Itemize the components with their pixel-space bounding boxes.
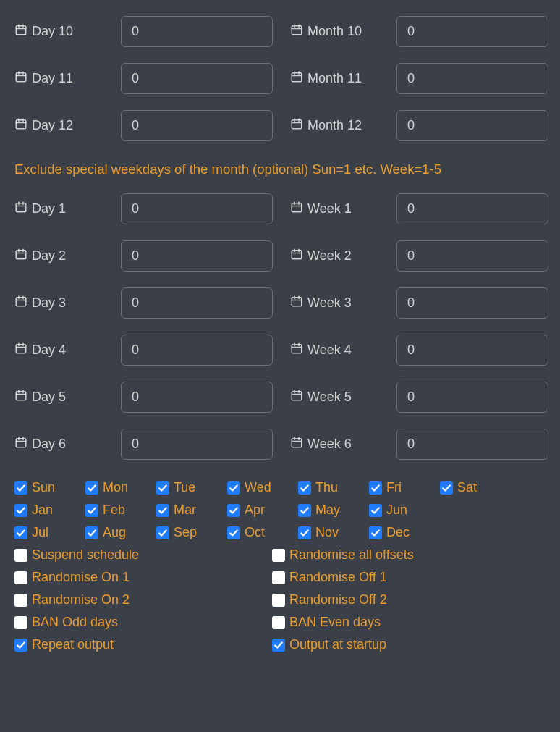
calendar-icon bbox=[14, 117, 27, 134]
calendar-icon bbox=[14, 70, 27, 87]
exclude-left-input-day-4[interactable] bbox=[121, 335, 273, 366]
checkbox-randomise-on-1[interactable] bbox=[14, 571, 27, 584]
svg-rect-56 bbox=[16, 392, 26, 400]
label-text: Week 1 bbox=[307, 201, 352, 216]
calendar-icon bbox=[290, 70, 303, 87]
exclude-left-input-day-5[interactable] bbox=[121, 382, 273, 413]
top-left-input-day-10[interactable] bbox=[121, 16, 273, 47]
top-right-input-month-11[interactable] bbox=[396, 63, 548, 94]
checkbox-thu[interactable] bbox=[298, 481, 311, 495]
calendar-icon bbox=[14, 248, 27, 264]
option-label: Randomise all offsets bbox=[289, 547, 414, 563]
calendar-icon bbox=[14, 23, 27, 40]
checkbox-jul[interactable] bbox=[14, 526, 27, 539]
label-text: Day 11 bbox=[32, 71, 73, 86]
label-text: Day 3 bbox=[32, 295, 66, 311]
label-text: Week 5 bbox=[307, 390, 352, 405]
exclude-left-input-day-3[interactable] bbox=[121, 287, 273, 319]
calendar-icon bbox=[290, 295, 303, 311]
svg-rect-24 bbox=[16, 203, 26, 212]
top-left-input-day-11[interactable] bbox=[121, 63, 273, 94]
option-item-output-at-startup: Output at startup bbox=[272, 637, 530, 652]
svg-rect-36 bbox=[292, 251, 302, 259]
exclude-left-label: Day 4 bbox=[14, 342, 112, 358]
checkbox-nov[interactable] bbox=[298, 526, 311, 539]
exclude-left-input-day-6[interactable] bbox=[121, 429, 273, 460]
calendar-icon bbox=[14, 436, 27, 453]
checkbox-dec[interactable] bbox=[369, 526, 382, 539]
top-row: Day 12 Month 12 bbox=[14, 110, 546, 141]
month-item-apr: Apr bbox=[227, 502, 298, 518]
checkbox-jan[interactable] bbox=[14, 504, 27, 517]
weekday-row: Sun Mon Tue Wed Thu Fri Sat bbox=[14, 480, 546, 497]
weekday-label: Thu bbox=[315, 480, 338, 495]
checkbox-oct[interactable] bbox=[227, 526, 240, 539]
checkbox-sun[interactable] bbox=[14, 481, 27, 495]
checkbox-block: Sun Mon Tue Wed Thu Fri Sat Jan Feb Mar … bbox=[14, 480, 546, 654]
checkbox-randomise-all-offsets[interactable] bbox=[272, 549, 285, 562]
option-item-ban-odd-days: BAN Odd days bbox=[14, 615, 272, 630]
exclude-right-input-week-5[interactable] bbox=[396, 382, 548, 413]
checkbox-mon[interactable] bbox=[85, 481, 98, 495]
calendar-icon bbox=[14, 295, 27, 311]
month-item-jan: Jan bbox=[14, 502, 85, 518]
option-row-0: Suspend schedule Randomise all offsets bbox=[14, 547, 546, 564]
checkbox-aug[interactable] bbox=[85, 526, 98, 539]
exclude-right-input-week-4[interactable] bbox=[396, 335, 548, 366]
checkbox-wed[interactable] bbox=[227, 481, 240, 495]
exclude-right-input-week-2[interactable] bbox=[396, 240, 548, 272]
checkbox-fri[interactable] bbox=[369, 481, 382, 495]
exclude-row: Day 2 Week 2 bbox=[14, 240, 546, 272]
weekday-item-thu: Thu bbox=[298, 480, 369, 495]
month-label: Dec bbox=[386, 525, 410, 540]
label-text: Week 6 bbox=[307, 437, 352, 452]
calendar-icon bbox=[14, 342, 27, 358]
month-label: Feb bbox=[103, 502, 125, 518]
month-label: Jul bbox=[32, 525, 48, 540]
checkbox-jun[interactable] bbox=[369, 504, 382, 517]
svg-rect-28 bbox=[292, 203, 302, 212]
checkbox-sep[interactable] bbox=[156, 526, 169, 539]
checkbox-output-at-startup[interactable] bbox=[272, 639, 285, 652]
checkbox-apr[interactable] bbox=[227, 504, 240, 517]
calendar-icon bbox=[14, 201, 27, 217]
option-label: BAN Odd days bbox=[32, 615, 118, 630]
option-label: Randomise On 1 bbox=[32, 570, 130, 585]
exclude-left-label: Day 2 bbox=[14, 248, 112, 264]
checkbox-randomise-on-2[interactable] bbox=[14, 594, 27, 607]
top-right-label: Month 11 bbox=[290, 70, 388, 87]
checkbox-suspend-schedule[interactable] bbox=[14, 549, 27, 562]
checkbox-mar[interactable] bbox=[156, 504, 169, 517]
svg-rect-68 bbox=[292, 439, 302, 447]
checkbox-randomise-off-2[interactable] bbox=[272, 594, 285, 607]
top-right-input-month-10[interactable] bbox=[396, 16, 548, 47]
weekday-label: Sat bbox=[457, 480, 477, 495]
month-label: Aug bbox=[103, 525, 126, 540]
weekday-item-wed: Wed bbox=[227, 480, 298, 495]
checkbox-feb[interactable] bbox=[85, 504, 98, 517]
weekday-label: Sun bbox=[32, 480, 55, 495]
checkbox-may[interactable] bbox=[298, 504, 311, 517]
checkbox-ban-odd-days[interactable] bbox=[14, 616, 27, 629]
exclude-right-input-week-1[interactable] bbox=[396, 193, 548, 224]
exclude-right-input-week-6[interactable] bbox=[396, 429, 548, 460]
top-right-input-month-12[interactable] bbox=[396, 110, 548, 141]
top-left-label: Day 10 bbox=[14, 23, 112, 40]
checkbox-repeat-output[interactable] bbox=[14, 639, 27, 652]
exclude-left-input-day-1[interactable] bbox=[121, 193, 273, 224]
checkbox-ban-even-days[interactable] bbox=[272, 616, 285, 629]
exclude-right-input-week-3[interactable] bbox=[396, 287, 548, 319]
checkbox-sat[interactable] bbox=[440, 481, 453, 495]
option-row-3: BAN Odd days BAN Even days bbox=[14, 615, 546, 631]
checkbox-tue[interactable] bbox=[156, 481, 169, 495]
checkbox-randomise-off-1[interactable] bbox=[272, 571, 285, 584]
top-left-input-day-12[interactable] bbox=[121, 110, 273, 141]
weekday-label: Wed bbox=[245, 480, 271, 495]
exclude-right-label: Week 6 bbox=[290, 436, 388, 453]
top-left-label: Day 12 bbox=[14, 117, 112, 134]
exclude-left-input-day-2[interactable] bbox=[121, 240, 273, 272]
weekday-label: Tue bbox=[174, 480, 195, 495]
exclude-right-label: Week 3 bbox=[290, 295, 388, 311]
label-text: Day 12 bbox=[32, 118, 73, 133]
month-item-sep: Sep bbox=[156, 525, 227, 540]
